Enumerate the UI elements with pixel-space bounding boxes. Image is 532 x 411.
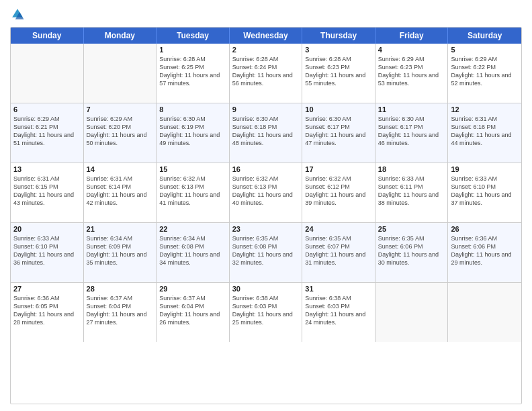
sunrise-text: Sunrise: 6:35 AM — [378, 234, 445, 242]
sunrise-text: Sunrise: 6:29 AM — [451, 55, 519, 63]
day-number: 31 — [305, 285, 372, 293]
sunrise-text: Sunrise: 6:38 AM — [305, 294, 372, 302]
day-number: 18 — [378, 165, 445, 173]
day-info: Sunrise: 6:38 AMSunset: 6:03 PMDaylight:… — [305, 294, 372, 327]
sunset-text: Sunset: 6:13 PM — [159, 183, 226, 191]
day-cell-5: 5Sunrise: 6:29 AMSunset: 6:22 PMDaylight… — [448, 44, 521, 103]
day-number: 24 — [305, 225, 372, 233]
day-info: Sunrise: 6:34 AMSunset: 6:09 PMDaylight:… — [87, 234, 154, 267]
day-info: Sunrise: 6:30 AMSunset: 6:17 PMDaylight:… — [378, 115, 445, 148]
day-info: Sunrise: 6:30 AMSunset: 6:19 PMDaylight:… — [159, 115, 226, 148]
header — [10, 7, 522, 21]
day-number: 25 — [378, 225, 445, 233]
daylight-text: Daylight: 11 hours and 32 minutes. — [232, 250, 300, 267]
day-info: Sunrise: 6:33 AMSunset: 6:10 PMDaylight:… — [13, 234, 81, 267]
day-info: Sunrise: 6:31 AMSunset: 6:14 PMDaylight:… — [87, 175, 154, 208]
header-day-sunday: Sunday — [11, 28, 84, 44]
day-cell-26: 26Sunrise: 6:36 AMSunset: 6:06 PMDayligh… — [448, 223, 521, 282]
header-day-wednesday: Wednesday — [230, 28, 303, 44]
sunset-text: Sunset: 6:10 PM — [13, 242, 81, 250]
daylight-text: Daylight: 11 hours and 40 minutes. — [232, 191, 300, 207]
day-number: 4 — [378, 46, 445, 54]
day-cell-11: 11Sunrise: 6:30 AMSunset: 6:17 PMDayligh… — [375, 103, 449, 163]
daylight-text: Daylight: 11 hours and 38 minutes. — [378, 191, 445, 207]
calendar-body: 1Sunrise: 6:28 AMSunset: 6:25 PMDaylight… — [11, 44, 521, 342]
sunset-text: Sunset: 6:17 PM — [305, 123, 372, 131]
day-info: Sunrise: 6:29 AMSunset: 6:22 PMDaylight:… — [451, 55, 519, 88]
calendar-row-4: 27Sunrise: 6:36 AMSunset: 6:05 PMDayligh… — [11, 282, 521, 342]
day-cell-12: 12Sunrise: 6:31 AMSunset: 6:16 PMDayligh… — [448, 103, 521, 163]
sunset-text: Sunset: 6:07 PM — [305, 242, 372, 250]
day-number: 15 — [159, 165, 226, 173]
day-cell-29: 29Sunrise: 6:37 AMSunset: 6:04 PMDayligh… — [157, 283, 230, 342]
sunrise-text: Sunrise: 6:32 AM — [305, 175, 372, 183]
day-info: Sunrise: 6:28 AMSunset: 6:23 PMDaylight:… — [305, 55, 372, 88]
sunset-text: Sunset: 6:23 PM — [378, 63, 445, 71]
day-cell-21: 21Sunrise: 6:34 AMSunset: 6:09 PMDayligh… — [84, 223, 157, 282]
daylight-text: Daylight: 11 hours and 53 minutes. — [378, 71, 445, 87]
sunset-text: Sunset: 6:23 PM — [305, 63, 372, 71]
day-number: 28 — [87, 285, 154, 293]
day-info: Sunrise: 6:32 AMSunset: 6:13 PMDaylight:… — [159, 175, 226, 208]
header-day-monday: Monday — [84, 28, 157, 44]
day-number: 6 — [13, 105, 81, 113]
day-number: 16 — [232, 165, 300, 173]
day-number: 26 — [451, 225, 519, 233]
daylight-text: Daylight: 11 hours and 25 minutes. — [232, 310, 300, 326]
day-cell-25: 25Sunrise: 6:35 AMSunset: 6:06 PMDayligh… — [375, 223, 449, 282]
day-cell-4: 4Sunrise: 6:29 AMSunset: 6:23 PMDaylight… — [375, 44, 449, 103]
calendar-row-1: 6Sunrise: 6:29 AMSunset: 6:21 PMDaylight… — [11, 103, 521, 163]
day-info: Sunrise: 6:30 AMSunset: 6:17 PMDaylight:… — [305, 115, 372, 148]
daylight-text: Daylight: 11 hours and 31 minutes. — [305, 250, 372, 267]
sunrise-text: Sunrise: 6:35 AM — [232, 234, 300, 242]
day-info: Sunrise: 6:37 AMSunset: 6:04 PMDaylight:… — [87, 294, 154, 327]
sunrise-text: Sunrise: 6:28 AM — [159, 55, 226, 63]
empty-cell-4-6 — [448, 283, 521, 342]
sunrise-text: Sunrise: 6:29 AM — [87, 115, 154, 123]
header-day-thursday: Thursday — [302, 28, 375, 44]
day-number: 7 — [87, 105, 154, 113]
sunrise-text: Sunrise: 6:36 AM — [451, 234, 519, 242]
sunset-text: Sunset: 6:06 PM — [451, 242, 519, 250]
daylight-text: Daylight: 11 hours and 42 minutes. — [87, 191, 154, 207]
day-number: 17 — [305, 165, 372, 173]
daylight-text: Daylight: 11 hours and 43 minutes. — [13, 191, 81, 207]
header-day-saturday: Saturday — [448, 28, 521, 44]
sunset-text: Sunset: 6:18 PM — [232, 123, 300, 131]
day-info: Sunrise: 6:30 AMSunset: 6:18 PMDaylight:… — [232, 115, 300, 148]
day-cell-24: 24Sunrise: 6:35 AMSunset: 6:07 PMDayligh… — [302, 223, 375, 282]
daylight-text: Daylight: 11 hours and 51 minutes. — [13, 131, 81, 147]
sunrise-text: Sunrise: 6:30 AM — [305, 115, 372, 123]
daylight-text: Daylight: 11 hours and 46 minutes. — [378, 131, 445, 147]
sunrise-text: Sunrise: 6:31 AM — [13, 175, 81, 183]
daylight-text: Daylight: 11 hours and 27 minutes. — [87, 310, 154, 326]
day-info: Sunrise: 6:29 AMSunset: 6:23 PMDaylight:… — [378, 55, 445, 88]
daylight-text: Daylight: 11 hours and 24 minutes. — [305, 310, 372, 326]
day-number: 30 — [232, 285, 300, 293]
header-day-friday: Friday — [375, 28, 449, 44]
sunrise-text: Sunrise: 6:29 AM — [378, 55, 445, 63]
daylight-text: Daylight: 11 hours and 35 minutes. — [87, 250, 154, 267]
daylight-text: Daylight: 11 hours and 29 minutes. — [451, 250, 519, 267]
empty-cell-0-1 — [84, 44, 157, 103]
day-number: 8 — [159, 105, 226, 113]
day-number: 20 — [13, 225, 81, 233]
sunrise-text: Sunrise: 6:33 AM — [378, 175, 445, 183]
day-cell-8: 8Sunrise: 6:30 AMSunset: 6:19 PMDaylight… — [157, 103, 230, 163]
daylight-text: Daylight: 11 hours and 52 minutes. — [451, 71, 519, 87]
logo-icon — [10, 7, 25, 21]
empty-cell-4-5 — [375, 283, 449, 342]
calendar-row-3: 20Sunrise: 6:33 AMSunset: 6:10 PMDayligh… — [11, 222, 521, 282]
day-cell-7: 7Sunrise: 6:29 AMSunset: 6:20 PMDaylight… — [84, 103, 157, 163]
daylight-text: Daylight: 11 hours and 48 minutes. — [232, 131, 300, 147]
day-info: Sunrise: 6:32 AMSunset: 6:13 PMDaylight:… — [232, 175, 300, 208]
calendar-row-2: 13Sunrise: 6:31 AMSunset: 6:15 PMDayligh… — [11, 163, 521, 222]
day-number: 29 — [159, 285, 226, 293]
day-cell-6: 6Sunrise: 6:29 AMSunset: 6:21 PMDaylight… — [11, 103, 84, 163]
sunset-text: Sunset: 6:12 PM — [305, 183, 372, 191]
daylight-text: Daylight: 11 hours and 56 minutes. — [232, 71, 300, 87]
calendar-header: SundayMondayTuesdayWednesdayThursdayFrid… — [11, 28, 521, 44]
daylight-text: Daylight: 11 hours and 30 minutes. — [378, 250, 445, 267]
sunset-text: Sunset: 6:08 PM — [159, 242, 226, 250]
day-number: 1 — [159, 46, 226, 54]
